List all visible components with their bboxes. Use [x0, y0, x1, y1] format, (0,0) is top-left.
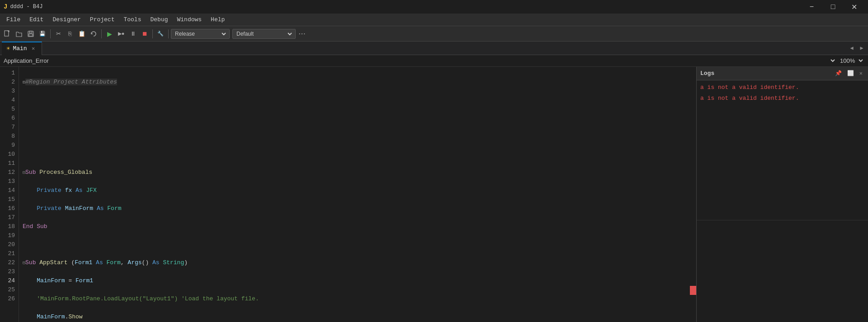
title-bar-left: J dddd - B4J: [4, 3, 42, 10]
separator-1: [50, 29, 51, 38]
maximize-button[interactable]: □: [823, 0, 843, 14]
code-line-14: MainForm.Show: [23, 313, 693, 322]
logs-controls: 📌 ⬜ ✕: [833, 69, 864, 78]
more-options-button[interactable]: ⋯: [297, 28, 307, 39]
new-button[interactable]: [2, 28, 13, 39]
zoom-select[interactable]: 100% 75% 125% 150%: [836, 56, 864, 65]
line-num-17: 17: [0, 213, 15, 222]
separator-4: [168, 29, 169, 38]
line-num-8: 8: [0, 132, 15, 141]
line-num-19: 19: [0, 231, 15, 240]
stop-button[interactable]: ⏹: [139, 28, 150, 39]
build-button[interactable]: 🔧: [155, 28, 166, 39]
line-num-10: 10: [0, 150, 15, 159]
menu-bar: File Edit Designer Project Tools Debug W…: [0, 14, 868, 26]
tab-next-button[interactable]: ▶: [857, 44, 866, 53]
release-select[interactable]: Release Debug: [173, 30, 227, 37]
line-num-21: 21: [0, 249, 15, 258]
close-button[interactable]: ✕: [844, 0, 864, 14]
line-num-24: 24: [0, 276, 15, 285]
save-all-button[interactable]: 💾: [37, 28, 48, 39]
logs-pin-button[interactable]: 📌: [833, 69, 844, 78]
code-line-11: ⊟Sub AppStart (Form1 As Form, Args() As …: [23, 258, 693, 267]
code-line-1: ⊞#Region Project Attributes: [23, 78, 693, 87]
tab-close-main[interactable]: ✕: [30, 45, 37, 52]
menu-file[interactable]: File: [2, 14, 25, 25]
line-num-25: 25: [0, 285, 15, 294]
code-line-13: 'MainForm.RootPane.LoadLayout("Layout1")…: [23, 294, 693, 303]
file-selector[interactable]: Application_Error Process_Globals AppSta…: [2, 57, 836, 65]
code-content[interactable]: ⊞#Region Project Attributes ⊟Sub Process…: [19, 67, 696, 322]
tab-prev-button[interactable]: ◀: [847, 44, 856, 53]
line-num-9: 9: [0, 141, 15, 150]
logs-header: Logs 📌 ⬜ ✕: [697, 67, 868, 80]
paste-button[interactable]: 📋: [76, 28, 87, 39]
code-line-10: [23, 240, 693, 249]
tab-bar: ☀ Main ✕ ◀ ▶: [0, 42, 868, 55]
code-line-9: End Sub: [23, 222, 693, 231]
title-bar-title: dddd - B4J: [10, 4, 42, 10]
tab-nav: ◀ ▶: [847, 44, 868, 53]
undo-button[interactable]: [88, 28, 99, 39]
separator-3: [152, 29, 153, 38]
line-num-2: 2: [0, 78, 15, 87]
line-num-5: 5: [0, 105, 15, 114]
log-entry-1: a is not a valid identifier.: [698, 82, 866, 93]
menu-designer[interactable]: Designer: [48, 14, 85, 25]
line-num-23: 23: [0, 267, 15, 276]
line-num-6: 6: [0, 114, 15, 123]
menu-tools[interactable]: Tools: [119, 14, 146, 25]
logs-close-button[interactable]: ✕: [858, 69, 864, 78]
minimize-button[interactable]: −: [802, 0, 822, 14]
code-line-5: [23, 150, 693, 159]
logs-content[interactable]: a is not a valid identifier. a is not a …: [697, 80, 868, 220]
line-num-26: 26: [0, 294, 15, 303]
tab-main[interactable]: ☀ Main ✕: [2, 42, 42, 55]
scroll-indicator: [690, 286, 696, 295]
menu-windows[interactable]: Windows: [173, 14, 207, 25]
line-num-13: 13: [0, 177, 15, 186]
menu-edit[interactable]: Edit: [25, 14, 48, 25]
code-line-3: [23, 114, 693, 123]
run-button[interactable]: ▶: [104, 28, 115, 39]
logs-bottom-panel: [697, 220, 868, 322]
line-num-7: 7: [0, 123, 15, 132]
line-num-11: 11: [0, 159, 15, 168]
menu-project[interactable]: Project: [85, 14, 119, 25]
log-entry-2: a is not a valid identifier.: [698, 93, 866, 104]
line-num-4: 4: [0, 96, 15, 105]
copy-button[interactable]: ⎘: [65, 28, 75, 39]
line-num-22: 22: [0, 258, 15, 267]
line-num-14: 14: [0, 186, 15, 195]
toolbar: 💾 ✂ ⎘ 📋 ▶ ▶● ⏸ ⏹ 🔧 Release Debug Default…: [0, 26, 868, 42]
open-button[interactable]: [14, 28, 24, 39]
tab-label-main: Main: [13, 45, 27, 52]
svg-rect-3: [29, 31, 32, 33]
code-editor[interactable]: 1 2 3 4 5 6 7 8 9 10 11 12 13 14 15 16 1…: [0, 67, 696, 322]
code-line-2: [23, 96, 693, 105]
logs-title: Logs: [700, 70, 714, 77]
debug-run-button[interactable]: ▶●: [116, 28, 127, 39]
line-num-18: 18: [0, 222, 15, 231]
separator-2: [101, 29, 102, 38]
line-numbers: 1 2 3 4 5 6 7 8 9 10 11 12 13 14 15 16 1…: [0, 67, 19, 322]
code-line-4: [23, 132, 693, 141]
line-num-12: 12: [0, 168, 15, 177]
save-button[interactable]: [25, 28, 36, 39]
cut-button[interactable]: ✂: [53, 28, 64, 39]
line-num-15: 15: [0, 195, 15, 204]
pause-button[interactable]: ⏸: [127, 28, 138, 39]
svg-rect-4: [29, 34, 33, 36]
line-num-16: 16: [0, 204, 15, 213]
line-num-20: 20: [0, 240, 15, 249]
default-select[interactable]: Default: [235, 30, 293, 37]
menu-help[interactable]: Help: [206, 14, 229, 25]
release-dropdown[interactable]: Release Debug: [171, 29, 230, 39]
menu-debug[interactable]: Debug: [146, 14, 172, 25]
default-dropdown[interactable]: Default: [232, 29, 296, 39]
logs-float-button[interactable]: ⬜: [845, 69, 856, 78]
sub-header: Application_Error Process_Globals AppSta…: [0, 55, 868, 67]
code-line-12: MainForm = Form1: [23, 276, 693, 285]
code-line-6: ⊟Sub Process_Globals: [23, 168, 693, 177]
main-area: 1 2 3 4 5 6 7 8 9 10 11 12 13 14 15 16 1…: [0, 67, 868, 322]
